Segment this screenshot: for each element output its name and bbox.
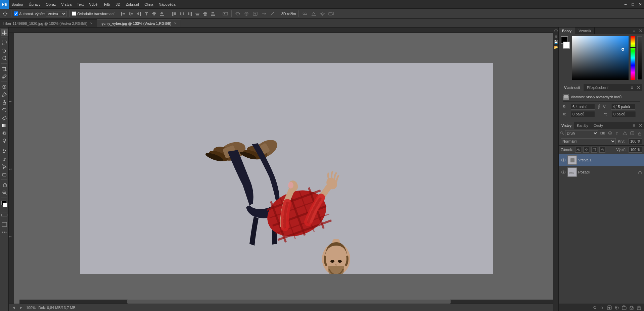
hscroll-thumb[interactable] [127, 300, 451, 304]
layer-kind-select[interactable]: Druh [565, 130, 598, 136]
color-alpha-slider[interactable] [637, 36, 642, 80]
horizontal-scrollbar[interactable] [19, 300, 558, 304]
layer-lock-filter[interactable] [637, 130, 643, 136]
3d-video-btn[interactable] [327, 10, 335, 17]
menu-napoveda[interactable]: Nápověda [156, 0, 178, 8]
color-tab-vzornik[interactable]: Vzorník [575, 28, 595, 34]
props-width-input[interactable] [571, 104, 595, 110]
color-panel-close[interactable]: ✕ [637, 28, 644, 34]
extras-btn[interactable] [1, 228, 8, 236]
align-bottom-btn[interactable] [158, 10, 166, 17]
window-minimize-btn[interactable]: – [622, 1, 629, 8]
3d-config-btn[interactable] [310, 10, 317, 17]
quick-select-tool[interactable] [1, 55, 8, 62]
dist-hcenter-btn[interactable] [178, 10, 186, 17]
new-layer-btn[interactable] [629, 305, 635, 311]
menu-zobrazit[interactable]: Zobrazit [123, 0, 142, 8]
menu-upravy[interactable]: Úpravy [26, 0, 43, 8]
align-left-btn[interactable] [120, 10, 127, 17]
hand-tool[interactable] [1, 181, 8, 189]
fill-input[interactable] [629, 147, 642, 153]
dist-top-btn[interactable] [194, 10, 201, 17]
layer-smart-filter[interactable] [629, 130, 635, 136]
3d-pan-btn[interactable] [251, 10, 259, 17]
next-page-btn[interactable]: ▶ [19, 305, 24, 310]
clone-stamp-tool[interactable] [1, 99, 8, 106]
dist-left-btn[interactable] [171, 10, 178, 17]
layer-item-pozadi[interactable]: IMG Pozadí [559, 166, 644, 178]
3d-slide-btn[interactable] [260, 10, 268, 17]
blur-tool[interactable] [1, 129, 8, 137]
dodge-tool[interactable] [1, 137, 8, 145]
spot-heal-tool[interactable] [1, 83, 8, 91]
layer-pixel-filter[interactable] [600, 130, 606, 136]
link-layers-btn[interactable] [592, 305, 598, 311]
layers-tab-cesty[interactable]: Cesty [591, 122, 606, 129]
align-vcenter-btn[interactable] [150, 10, 158, 17]
layer-eye-pozadi[interactable] [561, 169, 566, 175]
layers-panel-close[interactable]: ✕ [637, 122, 644, 129]
bg-swatch[interactable] [563, 42, 570, 49]
history-brush-tool[interactable] [1, 106, 8, 114]
menu-okna[interactable]: Okna [142, 0, 156, 8]
autoselect-checkbox[interactable] [14, 11, 18, 16]
menu-vyber[interactable]: Výběr [86, 0, 101, 8]
menu-filtr[interactable]: Filtr [101, 0, 113, 8]
bg-color-tool[interactable] [3, 203, 7, 207]
text-tool[interactable]: T [1, 155, 8, 163]
screen-mode-btn[interactable] [1, 221, 8, 228]
lasso-tool[interactable] [1, 47, 8, 54]
align-top-btn[interactable] [143, 10, 150, 17]
layer-text-filter[interactable]: T [614, 130, 620, 136]
blend-mode-select[interactable]: Normální [561, 138, 616, 144]
3d-extra-btn[interactable] [301, 10, 309, 17]
props-tab-prizpusobeni[interactable]: Přizpůsobení [584, 84, 612, 91]
lock-all-btn[interactable] [599, 147, 605, 153]
shape-tool[interactable] [1, 171, 8, 178]
menu-vrstva[interactable]: Vrstva [58, 0, 74, 8]
menu-soubor[interactable]: Soubor [9, 0, 26, 8]
layer-group-btn[interactable] [621, 305, 627, 311]
layer-eye-vrstva1[interactable] [561, 157, 566, 163]
opacity-input[interactable] [629, 138, 642, 144]
align-right-btn[interactable] [135, 10, 142, 17]
crop-tool[interactable] [1, 65, 8, 72]
lock-pos-btn[interactable] [583, 147, 589, 153]
move-tool[interactable] [1, 29, 8, 36]
zoom-tool[interactable] [1, 189, 8, 196]
layer-shape-filter[interactable] [622, 130, 628, 136]
3d-roll-btn[interactable] [243, 10, 250, 17]
delete-layer-btn[interactable] [636, 305, 642, 311]
props-tab-vlastnosti[interactable]: Vlastnosti [561, 84, 584, 91]
lock-artboard-btn[interactable] [591, 147, 597, 153]
window-restore-btn[interactable]: □ [629, 1, 637, 8]
props-panel-minimize[interactable]: ≡ [629, 84, 635, 91]
autoselect-dropdown[interactable]: Vrstva Skupina [46, 11, 67, 16]
prev-page-btn[interactable]: ◀ [11, 305, 16, 310]
color-panel-minimize[interactable]: ≡ [631, 28, 637, 34]
color-gradient-picker[interactable] [572, 36, 629, 80]
3d-light-btn[interactable] [319, 10, 326, 17]
tab-rychly[interactable]: rychly_vyber.jpg @ 100% (Vrstva 1,RGB/8)… [97, 19, 181, 27]
lock-px-btn[interactable] [575, 147, 581, 153]
window-close-btn[interactable]: ✕ [637, 1, 644, 8]
color-tab-barvy[interactable]: Barvy [559, 28, 575, 34]
eyedropper-tool[interactable] [1, 73, 8, 80]
panel-load-btn[interactable]: 📂 [554, 45, 558, 49]
adjustment-layer-btn[interactable] [614, 305, 620, 311]
3d-rotate-btn[interactable] [234, 10, 241, 17]
layer-item-vrstva1[interactable]: Vrstva 1 [559, 154, 644, 166]
align-hcenter-btn[interactable] [127, 10, 135, 17]
props-link-icon[interactable] [596, 104, 602, 109]
gradient-tool[interactable] [1, 122, 8, 129]
panel-info-btn[interactable]: ⓘ [554, 29, 558, 33]
panel-save-btn[interactable]: 💾 [554, 40, 558, 44]
menu-3d[interactable]: 3D [113, 0, 123, 8]
props-y-input[interactable] [612, 111, 636, 117]
eraser-tool[interactable] [1, 114, 8, 121]
dist-right-btn[interactable] [186, 10, 193, 17]
brush-tool[interactable] [1, 91, 8, 98]
props-x-input[interactable] [571, 111, 595, 117]
color-gradient-cursor[interactable] [622, 48, 624, 51]
props-panel-close[interactable]: ✕ [635, 84, 642, 91]
